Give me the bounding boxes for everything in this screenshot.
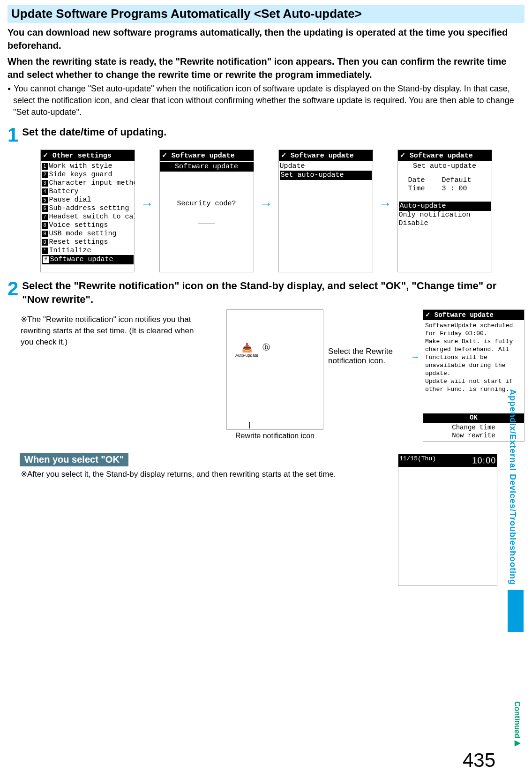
select-rewrite-note: Select the Rewrite notification icon.	[328, 347, 403, 366]
step-text: Select the "Rewrite notification" icon o…	[22, 279, 525, 307]
step-1: 1 Set the date/time of updating.	[7, 125, 525, 145]
rewrite-icon-caption: Rewrite notification icon	[226, 432, 323, 440]
continued-label: Continued▶	[513, 701, 522, 747]
arrow-icon: →	[411, 352, 420, 362]
phone-standby-final: 11/15(Thu) 10:00	[398, 454, 497, 586]
step-2: 2 Select the "Rewrite notification" icon…	[7, 279, 525, 307]
side-tab: Appendix/External Devices/Troubleshootin…	[508, 389, 524, 684]
phone-update-menu: ✓ Software update Update Set auto-update	[278, 150, 373, 272]
lead-paragraph-1: You can download new software programs a…	[7, 26, 525, 52]
lead-paragraph-2: When the rewriting state is ready, the "…	[7, 55, 525, 81]
bluetooth-icon: ⓑ	[262, 343, 270, 352]
step-number: 1	[7, 125, 18, 145]
phone-set-auto-update: ✓ Software update Set auto-update Date D…	[397, 150, 492, 272]
phone-other-settings: ✓ Other settings 1Work with style 2Side …	[40, 150, 135, 272]
bullet-note: You cannot change "Set auto-update" when…	[7, 83, 525, 119]
sub-header-ok: When you select "OK"	[20, 453, 128, 466]
rewrite-note: ※The "Rewrite notification" icon notifie…	[21, 314, 199, 347]
step-text: Set the date/time of updating.	[22, 125, 166, 139]
page-number: 435	[463, 749, 495, 772]
screens-row-1: ✓ Other settings 1Work with style 2Side …	[7, 150, 525, 272]
step-number: 2	[7, 279, 18, 299]
section-header: Update Software Programs Automatically <…	[7, 5, 525, 23]
phone-security-code: ✓ Software update Software update Securi…	[159, 150, 254, 272]
arrow-icon: →	[141, 196, 154, 211]
phone-standby-with-icon: 📥 Auto-update ⓑ	[226, 309, 323, 430]
arrow-icon: →	[379, 196, 392, 211]
arrow-icon: →	[260, 196, 273, 211]
auto-update-icon: 📥 Auto-update	[235, 343, 258, 358]
